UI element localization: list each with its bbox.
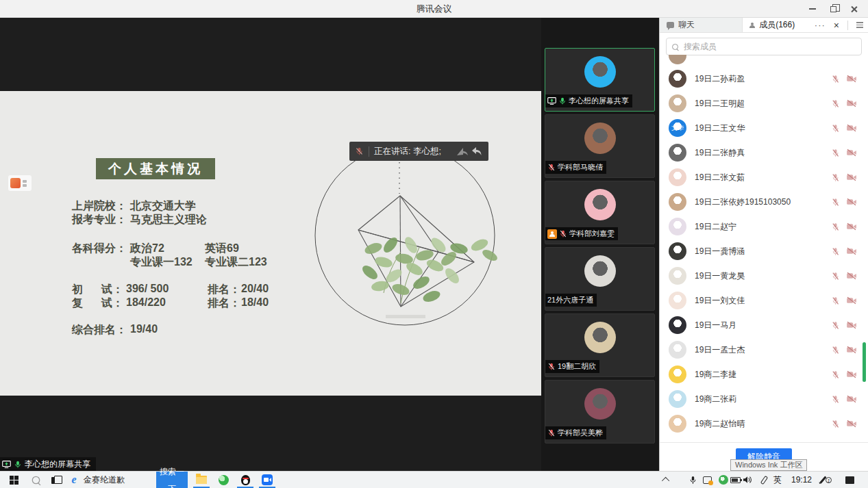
scrollbar-thumb[interactable]: [863, 342, 866, 382]
floating-widget[interactable]: [8, 175, 32, 191]
meeting-app-button[interactable]: [258, 472, 277, 488]
member-row[interactable]: 19日一龚博涵: [660, 239, 868, 264]
member-list[interactable]: 19日二孙莉盈 19日二王明超: [660, 55, 868, 442]
mic-muted-icon: [831, 272, 840, 281]
mic-muted-icon: [831, 370, 840, 379]
camera-muted-icon: [846, 124, 857, 132]
menu-icon[interactable]: [856, 22, 863, 28]
minimize-button[interactable]: [802, 0, 823, 18]
ink-workspace-button[interactable]: 1: [818, 472, 836, 488]
video-thumbnail[interactable]: 学科部刘嘉雯: [545, 181, 655, 244]
mic-muted-icon: [547, 428, 556, 437]
mic-muted-icon: [831, 99, 840, 108]
member-row[interactable]: 文华 19日二王文华: [660, 116, 868, 140]
thumbnail-label: 19翻二胡欣: [545, 360, 599, 373]
members-panel: 聊天 成员(166) ··· × 19日二孙莉盈: [659, 18, 868, 471]
browser-360-button[interactable]: [214, 472, 233, 488]
trending-search-text[interactable]: 金赛纶道歉: [84, 472, 125, 488]
panel-close-button[interactable]: ×: [834, 20, 839, 31]
explorer-button[interactable]: [192, 472, 211, 488]
member-row[interactable]: 19日二孙莉盈: [660, 66, 868, 91]
video-thumbnail[interactable]: 21外六唐子通: [545, 247, 655, 311]
minimize-icon: [809, 8, 816, 10]
task-view-button[interactable]: [48, 472, 64, 488]
avatar: [584, 123, 616, 154]
slide-school-label: 上岸院校：: [72, 199, 127, 214]
member-row[interactable]: 19日二张依婷1915103050: [660, 190, 868, 214]
slide-scores-label: 各科得分：: [72, 242, 127, 256]
member-row[interactable]: 19日一刘文佳: [660, 288, 868, 313]
slide-politics: 政治72: [130, 242, 164, 256]
camera-muted-icon: [846, 395, 857, 403]
video-thumbnail[interactable]: 学科部吴美桦: [545, 380, 655, 444]
tray-volume[interactable]: [740, 472, 755, 488]
restore-button[interactable]: [823, 0, 843, 18]
pen-badge: 1: [826, 477, 832, 483]
member-name: 19日二王文华: [695, 123, 745, 134]
tab-chat[interactable]: 聊天: [660, 18, 743, 32]
video-thumbnail[interactable]: 19翻二胡欣: [545, 313, 655, 377]
member-row[interactable]: 19商二赵怡晴: [660, 411, 868, 436]
language-indicator[interactable]: 英: [771, 472, 784, 488]
mic-muted-icon: [831, 321, 840, 330]
search-now-button[interactable]: 搜索一下: [156, 472, 188, 488]
member-row[interactable]: 19日二王明超: [660, 91, 868, 116]
browser-icon: [219, 475, 229, 485]
close-button[interactable]: [843, 0, 864, 18]
tray-mic[interactable]: [686, 472, 699, 488]
pin-icon: [760, 475, 768, 485]
ie-icon: e: [71, 474, 76, 486]
clock[interactable]: 19:12: [788, 472, 815, 488]
slide-course2: 专业课二123: [205, 255, 267, 270]
search-input[interactable]: [682, 41, 856, 52]
mic-muted-icon: [831, 395, 840, 404]
tray-expand-button[interactable]: [659, 472, 674, 488]
speaking-text: 正在讲话: 李心想;: [374, 146, 441, 157]
qq-button[interactable]: [236, 472, 255, 488]
tray-pin[interactable]: [758, 472, 770, 488]
ie-button[interactable]: e: [67, 472, 81, 488]
video-thumbnail[interactable]: 学科部马晓倩: [545, 114, 655, 178]
mic-muted-icon: [355, 146, 364, 156]
tab-members-label: 成员(166): [759, 19, 795, 31]
camera-muted-icon: [846, 173, 857, 181]
more-button[interactable]: ···: [815, 22, 826, 29]
member-row[interactable]: 19日二张文茹: [660, 165, 868, 190]
video-thumbnail[interactable]: 李心想的屏幕共享: [545, 48, 655, 112]
avatar: [584, 255, 616, 287]
thumbnail-label: 李心想的屏幕共享: [545, 94, 632, 107]
meeting-icon: [262, 474, 273, 485]
member-name: 19商二李捷: [695, 369, 736, 381]
mic-muted-icon: [547, 163, 556, 172]
participant-name: 19翻二胡欣: [558, 361, 596, 372]
camera-muted-icon: [846, 247, 857, 255]
tab-chat-label: 聊天: [678, 19, 695, 31]
participant-name: 李心想的屏幕共享: [569, 96, 629, 106]
start-button[interactable]: [5, 472, 22, 488]
member-row[interactable]: 19商二李捷: [660, 362, 868, 387]
slide-major: 马克思主义理论: [130, 213, 207, 227]
chevron-up-icon: [662, 477, 669, 485]
mic-muted-icon: [831, 198, 840, 207]
mic-muted-icon: [831, 247, 840, 256]
slide-first-label2: 试：: [101, 283, 123, 297]
tab-members[interactable]: 成员(166): [743, 18, 815, 32]
chat-bubble-icon: [667, 22, 674, 28]
camera-muted-icon: [846, 222, 857, 231]
member-row[interactable]: 19日二张静真: [660, 140, 868, 165]
participant-name: 学科部吴美桦: [558, 428, 603, 438]
folder-icon: [196, 476, 207, 484]
member-row[interactable]: 19日一黄龙昊: [660, 264, 868, 288]
video-thumbnail-list: 李心想的屏幕共享 学科部马晓倩: [541, 18, 659, 471]
members-icon: [749, 23, 755, 28]
member-row[interactable]: 19日二赵宁: [660, 214, 868, 239]
mic-muted-icon: [831, 222, 840, 231]
action-center-button[interactable]: [841, 472, 858, 488]
member-search[interactable]: [666, 38, 862, 55]
tray-notify-window[interactable]: [700, 472, 714, 488]
member-row[interactable]: 19日一马月: [660, 313, 868, 337]
member-row[interactable]: 19商二张莉: [660, 387, 868, 411]
taskbar-search-button[interactable]: [27, 472, 44, 488]
member-name: 19日一黄龙昊: [695, 270, 745, 282]
member-row[interactable]: 19日一孟士杰: [660, 337, 868, 362]
